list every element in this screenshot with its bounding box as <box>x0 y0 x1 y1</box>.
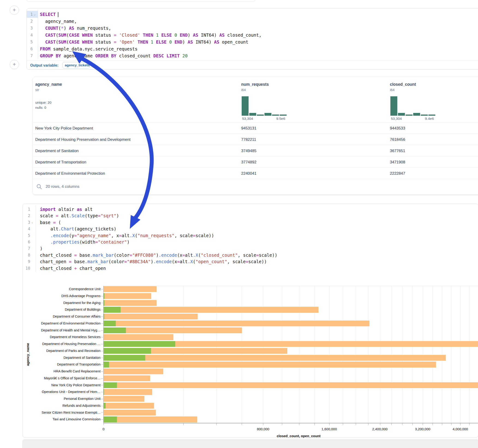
bar-open-count[interactable] <box>104 300 104 306</box>
fold-chevron-icon[interactable]: ⌄ <box>31 219 33 225</box>
table-cell: Department of Transportation <box>35 156 86 168</box>
histogram-bar <box>249 113 256 116</box>
add-cell-button-output[interactable]: + <box>10 60 19 69</box>
altair-bar-chart[interactable]: 0800,0001,600,0002,400,0003,200,0004,000… <box>0 280 478 441</box>
table-row[interactable]: Department of Transportation377489234719… <box>32 156 478 168</box>
line-number: 2 <box>23 212 30 219</box>
histogram-bar <box>257 115 264 116</box>
code-line: .encode(y="agency_name", x=alt.X("num_re… <box>40 232 214 239</box>
table-row[interactable]: Department of Housing Preservation and D… <box>32 134 478 145</box>
column-header-closed-count[interactable]: closed_count i64 53,304 9.4e6 <box>390 82 416 92</box>
table-cell: 3749485 <box>241 145 256 156</box>
column-header-agency-name[interactable]: agency_name str unique: 20 nulls: 0 <box>35 82 62 110</box>
y-axis-tick <box>101 419 103 420</box>
bar-open-count[interactable] <box>104 328 126 333</box>
bar-closed-count[interactable] <box>104 389 152 395</box>
bar-closed-count[interactable] <box>104 286 157 292</box>
code-line: GROUP BY agency_name ORDER BY closed_cou… <box>40 52 188 59</box>
bar-closed-count[interactable] <box>104 361 436 367</box>
table-cell: 7618456 <box>390 134 405 145</box>
table-cell: Department of Environmental Protection <box>35 168 105 179</box>
bar-open-count[interactable] <box>104 307 121 312</box>
table-cell: 3774892 <box>241 156 256 168</box>
bar-open-count[interactable] <box>104 361 109 367</box>
table-cell: 9453131 <box>241 123 256 134</box>
x-axis-tick <box>343 423 343 425</box>
bar-closed-count[interactable] <box>104 403 154 409</box>
bar-closed-count[interactable] <box>104 321 369 326</box>
bar-closed-count[interactable] <box>104 368 163 374</box>
bar-open-count[interactable] <box>104 314 104 319</box>
bar-open-count[interactable] <box>104 389 104 395</box>
search-icon[interactable] <box>36 184 42 190</box>
line-number: 5 <box>27 38 33 45</box>
table-row[interactable]: Department of Sanitation37494853677651 <box>32 145 478 156</box>
bar-open-count[interactable] <box>104 382 117 388</box>
table-cell: 3471908 <box>390 156 405 168</box>
x-axis-tick <box>460 423 460 425</box>
code-line: ) <box>40 245 42 252</box>
bar-open-count[interactable] <box>104 355 145 361</box>
y-axis-category-label: Department of Housing Preservation … <box>0 341 101 348</box>
text-cursor <box>58 12 58 17</box>
line-number: 7 <box>23 245 30 251</box>
add-cell-button-top[interactable]: + <box>10 6 19 15</box>
x-axis-tick <box>442 423 442 425</box>
code-line: .properties(width="container") <box>40 238 130 245</box>
python-code-editor[interactable]: 1import altair as alt2scale = alt.Scale(… <box>23 204 478 273</box>
x-axis-tick-label: 0 <box>103 427 104 431</box>
sql-code-editor[interactable]: 1⌄SELECT2 agency_name,3 COUNT(*) AS num_… <box>27 8 478 61</box>
code-line: scale = alt.Scale(type="sqrt") <box>40 212 119 219</box>
y-axis-category-label: Department for the Aging <box>0 300 101 306</box>
y-axis-category-label: Senior Citizen Rent Increase Exempti… <box>0 409 101 416</box>
bar-open-count[interactable] <box>104 293 104 299</box>
x-axis-tick-label: 2,400,000 <box>372 427 388 431</box>
output-variable-pill[interactable]: agency_tickets <box>63 62 90 68</box>
bar-open-count[interactable] <box>104 417 117 422</box>
bar-closed-count[interactable] <box>104 334 173 340</box>
previous-cell-edge <box>26 0 255 2</box>
bar-closed-count[interactable] <box>104 382 478 388</box>
y-axis-category-label: Department of Buildings <box>0 306 101 313</box>
bar-closed-count[interactable] <box>104 375 150 381</box>
y-axis-tick <box>101 310 103 310</box>
bar-closed-count[interactable] <box>104 307 318 312</box>
bar-closed-count[interactable] <box>104 417 197 422</box>
bar-closed-count[interactable] <box>104 300 157 306</box>
bar-open-count[interactable] <box>104 321 116 326</box>
closed-count-histogram <box>390 96 436 116</box>
x-axis-tick <box>263 423 263 425</box>
code-line: chart_closed + chart_open <box>40 265 106 272</box>
x-axis-tick <box>391 423 391 425</box>
bar-closed-count[interactable] <box>104 314 198 319</box>
bar-open-count[interactable] <box>104 403 106 409</box>
line-number: 5 <box>23 232 30 238</box>
y-axis-category-label: Department of Transportation <box>0 361 101 368</box>
column-header-num-requests[interactable]: num_requests i64 53,304 9.5e6 <box>241 82 269 92</box>
histogram-bar <box>413 113 420 116</box>
y-axis-tick <box>101 385 103 385</box>
bar-closed-count[interactable] <box>104 355 446 361</box>
table-row[interactable]: Department of Environmental Protection22… <box>32 168 478 179</box>
fold-chevron-icon[interactable]: ⌄ <box>34 11 36 18</box>
bar-open-count[interactable] <box>104 341 175 347</box>
notebook-page: { "colors": { "arrow_blue": "#2b4bd7", "… <box>0 0 478 448</box>
y-axis-category-label: DHS Advantage Programs <box>0 293 101 300</box>
x-axis-tick <box>329 423 329 425</box>
x-axis-tick-label: 800,000 <box>257 427 269 431</box>
y-axis-category-label: New York City Police Department <box>0 382 101 389</box>
bar-closed-count[interactable] <box>104 396 144 402</box>
bar-closed-count[interactable] <box>104 293 151 299</box>
x-axis-tick <box>242 423 242 425</box>
table-cell: New York City Police Department <box>35 123 93 134</box>
line-number: 7 <box>27 52 33 59</box>
code-line: FROM sample_data.nyc.service_requests <box>40 45 138 52</box>
table-row[interactable]: New York City Police Department945313194… <box>32 122 478 134</box>
bar-closed-count[interactable] <box>104 410 156 416</box>
table-footer: 20 rows, 4 columns <box>32 179 478 195</box>
line-number: 6 <box>23 238 30 245</box>
histogram-bar <box>272 115 279 116</box>
table-cell: 7782211 <box>241 134 256 145</box>
bar-open-count[interactable] <box>104 348 151 354</box>
line-number: 2 <box>27 18 33 25</box>
